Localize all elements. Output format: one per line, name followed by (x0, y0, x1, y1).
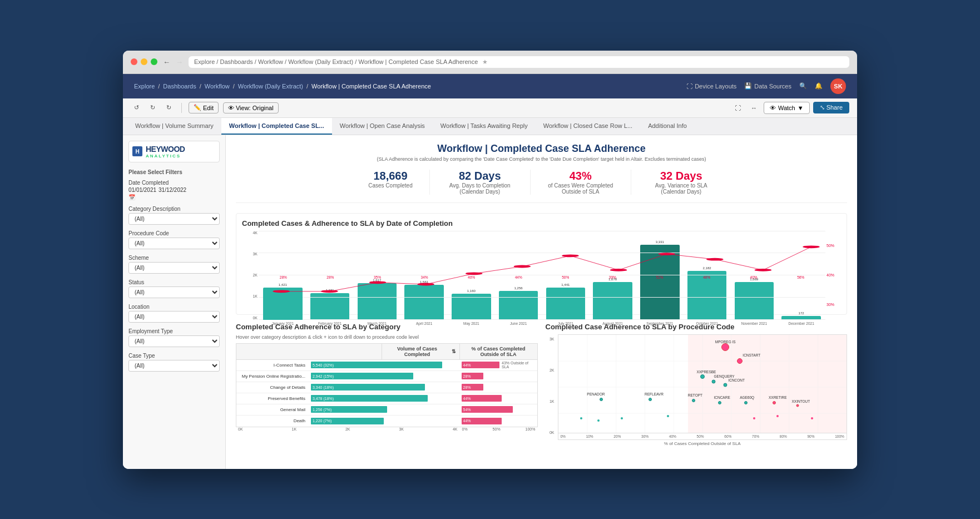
dot-small-2 (597, 419, 600, 422)
top-nav-actions: ⛶ Device Layouts 💾 Data Sources 🔍 🔔 SK (686, 78, 846, 94)
scatter-plot-area: MPOREG IS ICNSTART XXPRESBE GENQUERY (558, 334, 848, 446)
pencil-icon: ✏️ (194, 104, 201, 111)
dashboards-link[interactable]: Dashboards (163, 83, 196, 90)
dot-icncont[interactable] (724, 383, 727, 387)
bottom-charts-row: Completed Case Adherence to SLA by Categ… (236, 323, 847, 446)
employment-type-select[interactable]: (All) (128, 335, 220, 347)
scatter-x-axis: 0% 10% 20% 30% 40% 50% 60% 70% 80% 90% (558, 433, 847, 439)
scheme-label: Scheme (128, 255, 220, 261)
label-icnstart: ICNSTART (743, 353, 760, 357)
scheme-filter: Scheme (All) (128, 255, 220, 274)
history-btn[interactable]: ↻ (163, 102, 175, 113)
forward-icon[interactable]: → (176, 58, 183, 66)
tab-completed-case[interactable]: Workflow | Completed Case SL... (221, 118, 332, 135)
category-desc-label: Category Description (128, 206, 220, 212)
bar-feb[interactable]: 1,181 (307, 231, 353, 320)
tab-open-case[interactable]: Workflow | Open Case Analysis (332, 118, 433, 135)
bar-may[interactable]: 1,160 (448, 231, 494, 320)
dot-refleavr[interactable] (649, 398, 652, 401)
explore-link[interactable]: Explore (134, 83, 155, 90)
category-axis-labels: 0K 1K 2K 3K 4K 0% 50% 100% (236, 427, 538, 431)
tab-volume-summary[interactable]: Workflow | Volume Summary (127, 118, 221, 135)
workflow-daily-link[interactable]: Workflow (Daily Extract) (238, 83, 303, 90)
cat-col1-header: Volume of Cases Completed ⇅ (382, 344, 459, 359)
kpi-avg-days-value: 82 Days (447, 170, 513, 182)
y-axis-right-30: 30% (826, 303, 841, 307)
date-range-display: 01/01/2021 31/12/2022 (128, 187, 220, 193)
workflow-link[interactable]: Workflow (205, 83, 230, 90)
bar-nov[interactable]: 1,669 (731, 231, 778, 320)
scatter-y-2k: 2K (546, 368, 555, 372)
bar-jun[interactable]: 1,256 (496, 231, 542, 320)
label-icncare: ICNCARE (714, 396, 730, 399)
calendar-icon[interactable]: 📅 (128, 194, 220, 200)
dot-xxretire[interactable] (773, 401, 776, 404)
dot-xxintout[interactable] (796, 404, 799, 407)
location-label: Location (128, 304, 220, 310)
dot-xxpresbe[interactable] (700, 374, 705, 379)
scatter-plot: MPOREG IS ICNSTART XXPRESBE GENQUERY (558, 334, 848, 440)
bar-dec[interactable]: 172 (778, 231, 824, 320)
dot-icnstart[interactable] (737, 358, 743, 364)
undo-btn[interactable]: ↺ (131, 102, 142, 113)
scatter-chart-title: Completed Case Adherence to SLA by Proce… (546, 323, 848, 331)
bar-aug[interactable]: 1,678 (590, 231, 636, 320)
bar-mar[interactable]: 1,617 (354, 231, 400, 320)
search-btn[interactable]: 🔍 (799, 82, 807, 90)
device-layouts-btn[interactable]: ⛶ Device Layouts (686, 83, 736, 90)
cat-vol-death: 1,220 (7%) (309, 417, 459, 426)
cat-row-mail: General Mail 1,256 (7%) 54% (236, 404, 537, 416)
redo-btn[interactable]: ↻ (147, 102, 159, 113)
data-sources-btn[interactable]: 💾 Data Sources (744, 82, 791, 90)
tab-tasks-awaiting[interactable]: Workflow | Tasks Awaiting Reply (433, 118, 536, 135)
dot-penador[interactable] (600, 398, 603, 401)
view-button[interactable]: 👁 View: Original (223, 102, 279, 113)
cat-vol-pension: 2,942 (15%) (309, 372, 459, 380)
dot-genquery[interactable] (712, 380, 716, 384)
share-button[interactable]: ⤡ Share (813, 102, 849, 113)
case-type-select[interactable]: (All) (128, 360, 220, 372)
cat-pct-preserved: 44% (459, 394, 537, 403)
watch-button[interactable]: 👁 Watch ▼ (764, 102, 810, 114)
logo-subtitle: ANALYTICS (146, 154, 185, 159)
scheme-select[interactable]: (All) (128, 262, 220, 274)
bell-icon: 🔔 (815, 82, 823, 90)
back-icon[interactable]: ← (163, 58, 170, 66)
dot-icncare[interactable] (718, 401, 721, 404)
sort-icon[interactable]: ⇅ (452, 349, 456, 354)
fit-btn[interactable]: ↔ (748, 103, 760, 113)
favorite-icon[interactable]: ★ (482, 58, 488, 66)
dashboard-tabs: Workflow | Volume Summary Workflow | Com… (123, 118, 857, 135)
edit-button[interactable]: ✏️ Edit (189, 102, 219, 113)
close-button[interactable] (131, 58, 137, 65)
titlebar: ← → Explore / Dashboards / Workflow / Wo… (123, 51, 857, 74)
cat-pct-pension: 28% (459, 372, 537, 380)
breadcrumb: Explore / Dashboards / Workflow / Workfl… (134, 83, 431, 90)
bar-oct[interactable]: 2,182 (684, 231, 730, 320)
notifications-btn[interactable]: 🔔 (815, 82, 823, 90)
cat-row-iconnect: I-Connect Tasks 5,540 (32%) 44% (236, 360, 537, 371)
cat-row-pension: My Pension Online Registratio... 2,942 (… (236, 371, 537, 382)
dot-age60q[interactable] (744, 401, 748, 404)
dot-mporegis[interactable] (721, 343, 729, 351)
status-select[interactable]: (All) (128, 286, 220, 298)
current-page: Workflow | Completed Case SLA Adherence (311, 83, 431, 90)
bar-apr[interactable]: 1,561 (401, 231, 447, 320)
location-select[interactable]: (All) (128, 311, 220, 323)
bar-sep[interactable]: 3,331 (637, 231, 683, 320)
bar-chart-container: Completed Cases & Adherence to SLA by Da… (236, 213, 847, 315)
user-avatar[interactable]: SK (830, 78, 846, 94)
procedure-code-filter: Procedure Code (All) (128, 230, 220, 249)
device-preview-btn[interactable]: ⛶ (731, 103, 744, 113)
bar-jan[interactable]: 1,421 (260, 231, 306, 320)
category-chart-subtitle: Hover over category description & click … (236, 334, 538, 340)
bar-jul[interactable]: 1,441 (543, 231, 589, 320)
procedure-code-select[interactable]: (All) (128, 238, 220, 249)
category-desc-select[interactable]: (All) (128, 213, 220, 225)
tab-closed-case[interactable]: Workflow | Closed Case Row L... (536, 118, 640, 135)
tab-additional-info[interactable]: Additional Info (640, 118, 695, 135)
data-sources-label: Data Sources (754, 83, 791, 90)
dot-retopt[interactable] (692, 399, 695, 402)
minimize-button[interactable] (141, 58, 147, 65)
maximize-button[interactable] (151, 58, 157, 65)
